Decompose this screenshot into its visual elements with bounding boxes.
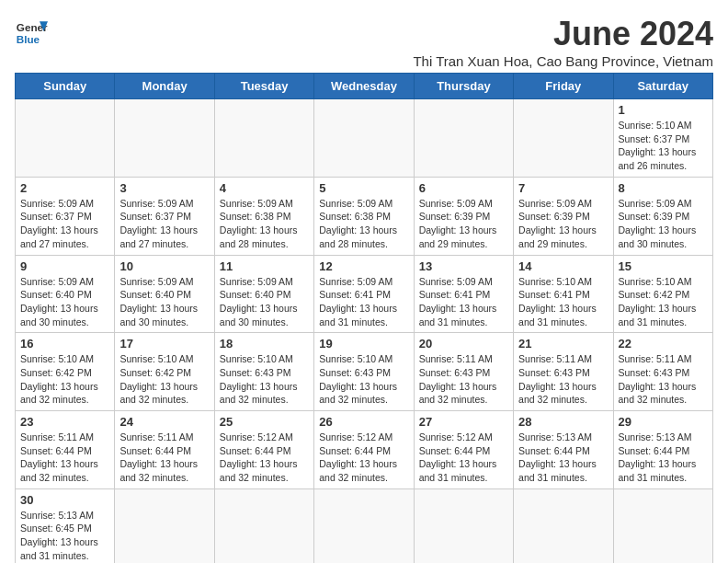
day-number: 24 [119, 415, 209, 429]
calendar-cell: 10Sunrise: 5:09 AM Sunset: 6:40 PM Dayli… [115, 255, 214, 333]
calendar-cell: 23Sunrise: 5:11 AM Sunset: 6:44 PM Dayli… [16, 411, 115, 489]
day-info: Sunrise: 5:09 AM Sunset: 6:40 PM Dayligh… [20, 275, 109, 329]
day-number: 22 [619, 337, 708, 350]
calendar-cell [414, 99, 513, 178]
day-info: Sunrise: 5:10 AM Sunset: 6:42 PM Dayligh… [20, 352, 109, 407]
day-number: 2 [20, 181, 109, 195]
day-number: 23 [20, 415, 109, 429]
calendar-cell: 7Sunrise: 5:09 AM Sunset: 6:39 PM Daylig… [514, 177, 613, 255]
day-info: Sunrise: 5:10 AM Sunset: 6:43 PM Dayligh… [319, 352, 408, 407]
calendar-cell: 11Sunrise: 5:09 AM Sunset: 6:40 PM Dayli… [214, 255, 313, 333]
calendar-week-1: 1Sunrise: 5:10 AM Sunset: 6:37 PM Daylig… [16, 99, 713, 178]
day-info: Sunrise: 5:10 AM Sunset: 6:42 PM Dayligh… [119, 352, 209, 407]
day-info: Sunrise: 5:11 AM Sunset: 6:44 PM Dayligh… [20, 431, 109, 485]
calendar-cell [514, 488, 613, 563]
day-number: 4 [220, 181, 309, 195]
day-info: Sunrise: 5:12 AM Sunset: 6:44 PM Dayligh… [419, 431, 508, 485]
calendar-cell [214, 488, 313, 563]
col-header-thursday: Thursday [414, 74, 513, 99]
day-number: 27 [419, 415, 508, 429]
svg-text:Blue: Blue [17, 33, 40, 45]
calendar-cell: 29Sunrise: 5:13 AM Sunset: 6:44 PM Dayli… [613, 411, 712, 489]
day-number: 5 [319, 181, 408, 195]
calendar-cell: 19Sunrise: 5:10 AM Sunset: 6:43 PM Dayli… [314, 333, 414, 411]
day-number: 30 [20, 493, 109, 507]
logo-icon: General Blue [15, 15, 48, 48]
day-info: Sunrise: 5:09 AM Sunset: 6:39 PM Dayligh… [619, 197, 708, 251]
calendar-cell: 16Sunrise: 5:10 AM Sunset: 6:42 PM Dayli… [16, 333, 115, 411]
calendar-cell [115, 488, 214, 563]
day-number: 21 [518, 337, 608, 350]
calendar: SundayMondayTuesdayWednesdayThursdayFrid… [15, 73, 713, 563]
calendar-header-row: SundayMondayTuesdayWednesdayThursdayFrid… [16, 74, 713, 99]
col-header-monday: Monday [115, 74, 214, 99]
day-info: Sunrise: 5:11 AM Sunset: 6:43 PM Dayligh… [419, 352, 508, 407]
day-number: 19 [319, 337, 408, 350]
col-header-sunday: Sunday [16, 74, 115, 99]
day-number: 25 [220, 415, 309, 429]
calendar-cell [613, 488, 712, 563]
calendar-cell: 15Sunrise: 5:10 AM Sunset: 6:42 PM Dayli… [613, 255, 712, 333]
header: General Blue June 2024 Thi Tran Xuan Hoa… [15, 15, 713, 69]
day-number: 20 [419, 337, 508, 350]
day-number: 11 [220, 259, 309, 273]
calendar-cell: 17Sunrise: 5:10 AM Sunset: 6:42 PM Dayli… [115, 333, 214, 411]
calendar-cell: 22Sunrise: 5:11 AM Sunset: 6:43 PM Dayli… [613, 333, 712, 411]
day-number: 13 [419, 259, 508, 273]
day-info: Sunrise: 5:13 AM Sunset: 6:45 PM Dayligh… [20, 509, 109, 563]
calendar-cell: 13Sunrise: 5:09 AM Sunset: 6:41 PM Dayli… [414, 255, 513, 333]
calendar-cell: 2Sunrise: 5:09 AM Sunset: 6:37 PM Daylig… [16, 177, 115, 255]
day-info: Sunrise: 5:09 AM Sunset: 6:39 PM Dayligh… [419, 197, 508, 251]
day-info: Sunrise: 5:09 AM Sunset: 6:41 PM Dayligh… [319, 275, 408, 329]
day-number: 26 [319, 415, 408, 429]
day-info: Sunrise: 5:09 AM Sunset: 6:38 PM Dayligh… [220, 197, 309, 251]
calendar-cell: 3Sunrise: 5:09 AM Sunset: 6:37 PM Daylig… [115, 177, 214, 255]
calendar-cell: 5Sunrise: 5:09 AM Sunset: 6:38 PM Daylig… [314, 177, 414, 255]
day-info: Sunrise: 5:09 AM Sunset: 6:39 PM Dayligh… [518, 197, 608, 251]
day-number: 12 [319, 259, 408, 273]
day-number: 18 [220, 337, 309, 350]
day-info: Sunrise: 5:11 AM Sunset: 6:43 PM Dayligh… [518, 352, 608, 407]
day-number: 16 [20, 337, 109, 350]
day-info: Sunrise: 5:11 AM Sunset: 6:44 PM Dayligh… [119, 431, 209, 485]
calendar-cell: 4Sunrise: 5:09 AM Sunset: 6:38 PM Daylig… [214, 177, 313, 255]
calendar-week-6: 30Sunrise: 5:13 AM Sunset: 6:45 PM Dayli… [16, 488, 713, 563]
day-number: 14 [518, 259, 608, 273]
col-header-tuesday: Tuesday [214, 74, 313, 99]
day-info: Sunrise: 5:12 AM Sunset: 6:44 PM Dayligh… [319, 431, 408, 485]
day-number: 3 [119, 181, 209, 195]
day-info: Sunrise: 5:13 AM Sunset: 6:44 PM Dayligh… [619, 431, 708, 485]
day-info: Sunrise: 5:09 AM Sunset: 6:38 PM Dayligh… [319, 197, 408, 251]
day-info: Sunrise: 5:10 AM Sunset: 6:41 PM Dayligh… [518, 275, 608, 329]
calendar-cell: 24Sunrise: 5:11 AM Sunset: 6:44 PM Dayli… [115, 411, 214, 489]
calendar-cell: 30Sunrise: 5:13 AM Sunset: 6:45 PM Dayli… [16, 488, 115, 563]
calendar-cell: 21Sunrise: 5:11 AM Sunset: 6:43 PM Dayli… [514, 333, 613, 411]
calendar-cell: 28Sunrise: 5:13 AM Sunset: 6:44 PM Dayli… [514, 411, 613, 489]
calendar-week-5: 23Sunrise: 5:11 AM Sunset: 6:44 PM Dayli… [16, 411, 713, 489]
calendar-cell: 25Sunrise: 5:12 AM Sunset: 6:44 PM Dayli… [214, 411, 313, 489]
day-info: Sunrise: 5:09 AM Sunset: 6:37 PM Dayligh… [119, 197, 209, 251]
calendar-cell: 9Sunrise: 5:09 AM Sunset: 6:40 PM Daylig… [16, 255, 115, 333]
day-number: 8 [619, 181, 708, 195]
calendar-cell: 8Sunrise: 5:09 AM Sunset: 6:39 PM Daylig… [613, 177, 712, 255]
logo: General Blue [15, 15, 48, 48]
day-info: Sunrise: 5:10 AM Sunset: 6:42 PM Dayligh… [619, 275, 708, 329]
calendar-cell: 18Sunrise: 5:10 AM Sunset: 6:43 PM Dayli… [214, 333, 313, 411]
day-number: 7 [518, 181, 608, 195]
col-header-saturday: Saturday [613, 74, 712, 99]
calendar-cell: 14Sunrise: 5:10 AM Sunset: 6:41 PM Dayli… [514, 255, 613, 333]
calendar-cell [214, 99, 313, 178]
calendar-cell [115, 99, 214, 178]
day-info: Sunrise: 5:13 AM Sunset: 6:44 PM Dayligh… [518, 431, 608, 485]
day-info: Sunrise: 5:09 AM Sunset: 6:37 PM Dayligh… [20, 197, 109, 251]
calendar-cell [314, 99, 414, 178]
day-info: Sunrise: 5:10 AM Sunset: 6:37 PM Dayligh… [619, 119, 708, 173]
day-number: 1 [619, 103, 708, 117]
day-info: Sunrise: 5:09 AM Sunset: 6:40 PM Dayligh… [119, 275, 209, 329]
day-info: Sunrise: 5:09 AM Sunset: 6:41 PM Dayligh… [419, 275, 508, 329]
calendar-cell [414, 488, 513, 563]
col-header-wednesday: Wednesday [314, 74, 414, 99]
day-info: Sunrise: 5:09 AM Sunset: 6:40 PM Dayligh… [220, 275, 309, 329]
day-number: 15 [619, 259, 708, 273]
day-number: 6 [419, 181, 508, 195]
